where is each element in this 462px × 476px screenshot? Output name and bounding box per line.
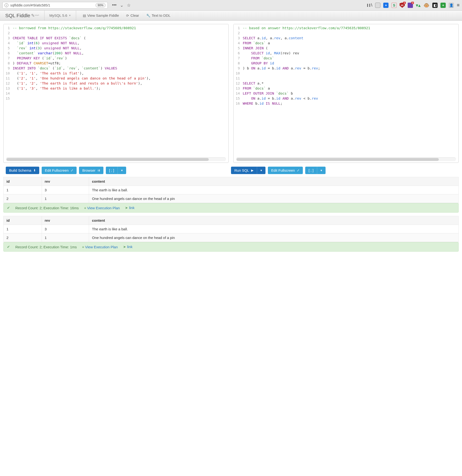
query-edit-fullscreen-button[interactable]: Edit Fullscreen ⤢ (268, 167, 303, 174)
zoom-badge[interactable]: 90% (95, 3, 106, 8)
schema-terminator-button[interactable]: [ ; ] (106, 167, 118, 174)
profile-icon[interactable]: 👤 (449, 3, 454, 8)
results: idrevcontent13The earth is like a ball.2… (0, 177, 462, 255)
schema-hscroll[interactable] (6, 157, 226, 161)
star-icon[interactable]: ☆ (127, 3, 131, 8)
result-status: ✔Record Count: 2; Execution Time: 16ms+V… (3, 203, 459, 212)
library-icon[interactable]: ⫿⫿\ (367, 3, 372, 8)
table-cell: 1 (4, 225, 42, 233)
schema-browser-button[interactable]: Browser ⇉ (79, 167, 103, 174)
column-header: content (89, 177, 459, 186)
query-terminator-group: [ ; ] ▾ (305, 167, 326, 174)
schema-code[interactable]: -- borrowed from https://stackoverflow.c… (12, 24, 228, 157)
query-editor[interactable]: 12345678910111213141516 -- based on answ… (234, 24, 458, 157)
expand-icon: ⤢ (297, 169, 299, 172)
clear-label: Clear (130, 13, 139, 17)
table-cell: 1 (42, 233, 89, 242)
list-icon: ▤ (83, 14, 86, 17)
query-hscroll[interactable] (236, 157, 456, 161)
workspace: 123456789101112131415 -- borrowed from h… (0, 21, 462, 165)
clear-link[interactable]: ⟳ Clear (126, 13, 139, 17)
run-sql-button[interactable]: Run SQL ▶ (231, 167, 257, 174)
column-header: rev (42, 216, 89, 225)
table-cell: 3 (42, 186, 89, 195)
query-toolbar: Run SQL ▶ ▾ Edit Fullscreen ⤢ [ ; ] ▾ (231, 165, 462, 177)
db-selector[interactable]: MySQL 5.6 ▼ (44, 10, 76, 20)
schema-panel: 123456789101112131415 -- borrowed from h… (3, 24, 229, 163)
run-sql-caret[interactable]: ▾ (257, 167, 265, 174)
caret-down-icon: ▾ (320, 169, 322, 172)
view-plan-link[interactable]: +View Execution Plan (84, 206, 120, 210)
status-text: Record Count: 2; Execution Time: 1ms (15, 245, 77, 249)
reader-icon[interactable] (375, 3, 380, 8)
play-icon: ▶ (251, 169, 253, 172)
schema-editor[interactable]: 123456789101112131415 -- borrowed from h… (4, 24, 228, 157)
ext-plus-icon[interactable]: + (383, 3, 388, 8)
ext-shield-icon[interactable]: uc1 (400, 3, 405, 8)
schema-terminator-caret[interactable]: ▾ (118, 167, 126, 174)
more-icon[interactable]: ••• (112, 3, 117, 8)
table-cell: 1 (42, 195, 89, 203)
query-terminator-button[interactable]: [ ; ] (305, 167, 317, 174)
edit-fullscreen-label-2: Edit Fullscreen (271, 168, 295, 172)
refresh-icon: ⟳ (126, 14, 129, 17)
query-code[interactable]: -- based on answer https://stackoverflow… (242, 24, 458, 157)
hamburger-icon[interactable]: ≡ (457, 2, 460, 8)
ext-dark-icon[interactable]: ◧ (432, 3, 437, 8)
brand[interactable]: SQL Fiddle ✎〰 (0, 10, 44, 20)
browser-label: Browser (82, 168, 95, 172)
table-cell: One hundred angels can dance on the head… (89, 195, 459, 203)
ext-purple-icon[interactable]: 2 (408, 3, 413, 8)
column-header: id (4, 216, 42, 225)
result-block: idrevcontent13The earth is like a ball.2… (3, 216, 459, 252)
ext-monkey-icon[interactable]: 🐵 (423, 2, 429, 8)
schema-edit-fullscreen-button[interactable]: Edit Fullscreen ⤢ (42, 167, 77, 174)
view-sample-link[interactable]: ▤ View Sample Fiddle (83, 13, 119, 17)
build-schema-button[interactable]: Build Schema ⬇ (6, 167, 39, 174)
status-text: Record Count: 2; Execution Time: 16ms (15, 206, 79, 210)
site-info-icon[interactable]: i (5, 3, 8, 7)
column-header: content (89, 216, 459, 225)
table-cell: The earth is like a ball. (89, 186, 459, 195)
share-link[interactable]: ➤link (123, 245, 133, 249)
check-icon: ✔ (7, 206, 10, 210)
app-navbar: SQL Fiddle ✎〰 MySQL 5.6 ▼ ▤ View Sample … (0, 10, 462, 21)
column-header: id (4, 177, 42, 186)
column-header: rev (42, 177, 89, 186)
url-text: sqlfiddle.com/#!9/a6c585/1 (10, 3, 50, 7)
query-panel: 12345678910111213141516 -- based on answ… (233, 24, 459, 163)
url-bar[interactable]: i sqlfiddle.com/#!9/a6c585/1 90% (2, 2, 108, 8)
table-cell: 3 (42, 225, 89, 233)
build-schema-label: Build Schema (9, 168, 31, 172)
view-plan-link[interactable]: +View Execution Plan (82, 245, 118, 249)
run-sql-label: Run SQL (234, 168, 249, 172)
table-cell: The earth is like a ball. (89, 225, 459, 233)
caret-down-icon: ▾ (121, 169, 123, 172)
table-row: 13The earth is like a ball. (4, 225, 459, 233)
schema-terminator-group: [ ; ] ▾ (106, 167, 126, 174)
wrench-icon: 🔧 (146, 14, 150, 17)
query-terminator-caret[interactable]: ▾ (317, 167, 326, 174)
download-icon: ⬇ (33, 169, 36, 172)
result-status: ✔Record Count: 2; Execution Time: 1ms+Vi… (3, 242, 459, 252)
text-to-ddl-label: Text to DDL (152, 13, 170, 17)
tree-icon: ⇉ (97, 169, 100, 172)
browser-chrome: i sqlfiddle.com/#!9/a6c585/1 90% ••• ⌄ ☆… (0, 0, 462, 10)
pocket-icon[interactable]: ⌄ (120, 3, 124, 8)
text-to-ddl-link[interactable]: 🔧 Text to DDL (146, 13, 170, 17)
share-link[interactable]: ➤link (125, 206, 134, 210)
terminator-label: [ ; ] (109, 168, 114, 172)
table-row: 13The earth is like a ball. (4, 186, 459, 195)
result-table: idrevcontent13The earth is like a ball.2… (3, 216, 459, 242)
schema-gutter: 123456789101112131415 (4, 24, 12, 157)
query-gutter: 12345678910111213141516 (234, 24, 242, 157)
ext-s-icon[interactable]: S (391, 3, 397, 8)
terminator-label-2: [ ; ] (309, 168, 314, 172)
result-block: idrevcontent13The earth is like a ball.2… (3, 177, 459, 212)
brand-icon: ✎〰 (31, 13, 39, 18)
table-row: 21One hundred angels can dance on the he… (4, 195, 459, 203)
caret-down-icon: ▼ (69, 14, 71, 17)
ext-fox-icon[interactable]: ▾▴ (416, 2, 420, 8)
ext-green-plus-icon[interactable]: + (440, 3, 446, 8)
nav-actions: ▤ View Sample Fiddle ⟳ Clear 🔧 Text to D… (76, 10, 177, 20)
